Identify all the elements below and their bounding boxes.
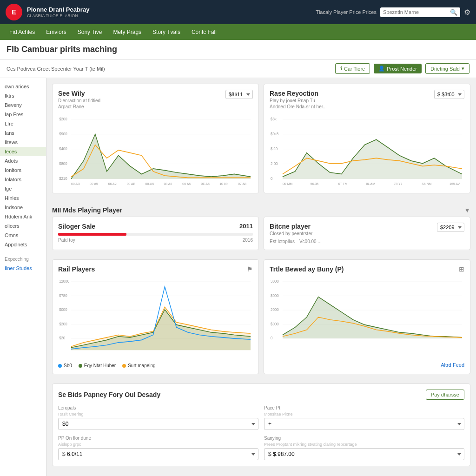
sub-header: Ces Podivea Greet Speenter Yoar T (te Mi… xyxy=(0,60,476,78)
sidebar-item-olicers[interactable]: olicers xyxy=(0,221,46,231)
field-leropals-select[interactable]: $0 xyxy=(58,418,258,430)
section-mid-title: MII Mds Playing Player ▼ xyxy=(52,203,470,217)
nav-item-emviors[interactable]: Emviors xyxy=(40,24,72,40)
nav-item-findachles[interactable]: Fid Achles xyxy=(4,24,40,40)
chart1-select[interactable]: $8I/11 xyxy=(225,90,253,99)
field-pponflor-select[interactable]: $ 6.0/11 xyxy=(58,448,258,460)
svg-marker-61 xyxy=(283,297,462,338)
field-pacept-sublabel: Monsitae Pixne xyxy=(264,412,464,416)
svg-text:$000: $000 xyxy=(271,293,279,298)
export-link[interactable]: Altrd Feed xyxy=(270,362,464,368)
legend-dot-eqy xyxy=(79,364,82,368)
search-box: 🔍 xyxy=(380,7,460,17)
sidebar-item-ieces[interactable]: Ieces xyxy=(0,147,46,156)
info-icon: ℹ xyxy=(340,66,342,72)
chart1-subtitle: Dienraction at fidtied xyxy=(58,98,100,103)
sidebar-item-iktrs[interactable]: Iktrs xyxy=(0,91,46,100)
svg-text:00 A5: 00 A5 xyxy=(90,182,98,186)
chart1-header: See Wily Dienraction at fidtied Arpact R… xyxy=(58,90,253,109)
chart3-header: Siloger Sale 2011 xyxy=(58,223,253,230)
field-sanying-label: Sanying xyxy=(264,436,464,441)
svg-text:78 Y7: 78 Y7 xyxy=(394,182,402,186)
chart-card-rasereyoction: Rase Reyoction Play by jouet Rnap Tu And… xyxy=(264,84,470,193)
sub-header-label: Ces Podivea Greet Speenter Yoar T (te Mi… xyxy=(7,66,105,72)
svg-text:12000: 12000 xyxy=(59,279,70,284)
sidebar-item-ionitors[interactable]: Ionitors xyxy=(0,165,46,175)
chevron-down-icon: ▾ xyxy=(462,66,464,72)
header-extra-button[interactable]: ⚙ xyxy=(464,8,470,17)
chart-card-trtle: Trtle Bewed ay Buny (P) ⊞ 3000 $000 2000… xyxy=(264,259,470,374)
post-nender-button[interactable]: 👤 Prost Nender xyxy=(374,64,422,73)
sidebar-item-omns[interactable]: Omns xyxy=(0,231,46,240)
legend-dot-sb0 xyxy=(58,364,62,368)
nav-item-contcfall[interactable]: Contc Fall xyxy=(186,24,222,40)
sidebar-item-iltews[interactable]: Iltews xyxy=(0,138,46,147)
filter-icon: ▼ xyxy=(464,206,470,214)
field-sanying: Sanying Prees Proptant mlkring stvating … xyxy=(264,436,464,460)
sidebar-item-adots[interactable]: Adots xyxy=(0,156,46,165)
sidebar-item-appclnets[interactable]: Appclnets xyxy=(0,240,46,249)
chart1-title: See Wily xyxy=(58,90,100,97)
field-sanying-select[interactable]: $ $.987.00 xyxy=(264,448,464,460)
sidebar-item-hinies[interactable]: Hinies xyxy=(0,193,46,203)
drieting-sald-button[interactable]: Drieting Sald ▾ xyxy=(425,63,469,74)
chart4-title-block: Bitcne player Closed by peentrster xyxy=(270,223,312,236)
field-pacept-label: Pace Pt xyxy=(264,405,464,410)
chart5-area: 12000 $780 $000 $200 $20 xyxy=(58,277,253,360)
car-tiore-button[interactable]: ℹ Car Tiore xyxy=(335,63,370,74)
sidebar-item-iapfres[interactable]: Iap Fres xyxy=(0,110,46,119)
field-leropals: Leropals Raslt Coering $0 xyxy=(58,405,258,430)
sidebar-item-iolators[interactable]: Iolators xyxy=(0,175,46,184)
chart2-title: Rase Reyoction xyxy=(270,90,327,97)
chart4-title: Bitcne player xyxy=(270,223,312,230)
chart3-value: 2011 xyxy=(239,223,253,230)
svg-text:10 09: 10 09 xyxy=(219,182,227,186)
svg-text:0: 0 xyxy=(271,336,273,340)
sidebar-item-indsone[interactable]: Indsone xyxy=(0,203,46,212)
svg-text:$800: $800 xyxy=(59,161,67,166)
logo-title: Plonne Dranl Peabray xyxy=(27,6,89,14)
sidebar-footer-link[interactable]: Ilner Studes xyxy=(0,264,46,273)
svg-text:$900: $900 xyxy=(59,131,67,136)
chart4-select[interactable]: $2209 xyxy=(437,223,464,232)
nav-item-metyprags[interactable]: Mety Prags xyxy=(107,24,147,40)
chart6-title: Trtle Bewed ay Buny (P) xyxy=(270,265,344,273)
search-button[interactable]: 🔍 xyxy=(450,9,457,16)
chart1-subtitle2: Arpact Rane xyxy=(58,104,100,109)
field-pponflor: PP On flor dune Aislopp grpc $ 6.0/11 xyxy=(58,436,258,460)
expand-icon: ⊞ xyxy=(459,265,464,273)
sidebar-item-lfre[interactable]: Lfre xyxy=(0,119,46,128)
sidebar-item-hdolemank[interactable]: Hdolem Ank xyxy=(0,212,46,221)
main-content: See Wily Dienraction at fidtied Arpact R… xyxy=(46,78,476,476)
progress-bar-outer xyxy=(58,233,253,236)
page-title: Flb Cambuar pirits maching xyxy=(7,45,469,54)
sidebar-item-ownarices[interactable]: own arices xyxy=(0,82,46,91)
bottom-title: Se Bids Papney Fory Oul Desady xyxy=(58,391,160,398)
nav-item-storytvals[interactable]: Story Tvals xyxy=(147,24,186,40)
chart2-header: Rase Reyoction Play by jouet Rnap Tu And… xyxy=(270,90,464,109)
sidebar-footer-label: Expecching xyxy=(0,255,46,264)
svg-text:$210: $210 xyxy=(59,176,67,181)
logo-subtitle: CLASRIA TUIOE ELARION xyxy=(27,13,89,18)
chart6-header: Trtle Bewed ay Buny (P) ⊞ xyxy=(270,265,464,273)
svg-text:0: 0 xyxy=(271,176,273,181)
bottom-grid: Leropals Raslt Coering $0 Pace Pt Monsit… xyxy=(58,405,464,460)
sidebar-item-ians[interactable]: Ians xyxy=(0,128,46,138)
pay-dharsse-button[interactable]: Pay dharsse xyxy=(426,390,464,400)
sidebar-item-ige[interactable]: Ige xyxy=(0,184,46,193)
search-input[interactable] xyxy=(383,9,448,15)
nav-item-sonytive[interactable]: Sony Tive xyxy=(72,24,108,40)
chart2-title-block: Rase Reyoction Play by jouet Rnap Tu And… xyxy=(270,90,327,109)
chart1-title-block: See Wily Dienraction at fidtied Arpact R… xyxy=(58,90,100,109)
svg-text:00 AB: 00 AB xyxy=(127,182,136,186)
svg-text:$000: $000 xyxy=(59,307,67,312)
field-pacept-select[interactable]: + xyxy=(264,418,464,430)
sidebar-item-beveny[interactable]: Beveny xyxy=(0,100,46,110)
svg-text:$400: $400 xyxy=(59,146,67,151)
chart3-sublabel: Patd toy xyxy=(58,238,75,243)
main-layout: own arices Iktrs Beveny Iap Fres Lfre Ia… xyxy=(0,78,476,476)
svg-text:$000: $000 xyxy=(271,321,279,326)
chart5-header: Rail Players ⚑ xyxy=(58,265,253,273)
svg-marker-10 xyxy=(71,134,251,179)
chart2-select[interactable]: $ $3t00 xyxy=(434,90,464,99)
